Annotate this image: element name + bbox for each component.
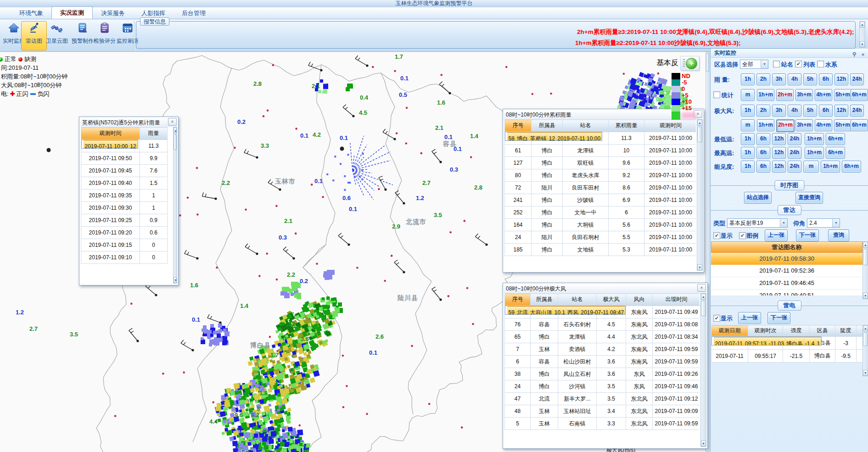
scroll-thumb[interactable]	[174, 134, 177, 150]
radar-image-item[interactable]: 2019-07-11 09:52:36	[711, 265, 862, 277]
table-row[interactable]: 2019-07-11 09:301	[81, 202, 168, 214]
button-station-select[interactable]: 站点选择	[744, 192, 772, 204]
chevron-down-icon[interactable]: ▼	[780, 219, 787, 227]
button-2h[interactable]: 2h	[756, 105, 770, 117]
station-rain-scrollbar[interactable]: ▲▼	[173, 127, 177, 284]
table-row[interactable]: 5玉林石南镇3.3东北风2019-07-11 09:59	[505, 418, 700, 430]
alert-scrollbar[interactable]: ▲ ▼	[859, 21, 865, 48]
table-row[interactable]: 2019-07-11 09:401.5	[81, 177, 168, 190]
checkbox-列表[interactable]: ✔	[795, 61, 802, 67]
column-header-观测日期[interactable]: 观测日期	[711, 325, 748, 336]
button-5h[interactable]: 5h	[803, 105, 817, 117]
scroll-up-icon[interactable]: ▲	[863, 242, 868, 248]
table-row[interactable]: 164博白大垌镇5.62019-07-11 10:00	[505, 219, 696, 231]
button-24h[interactable]: 24h	[850, 105, 864, 117]
button-24h[interactable]: 24h	[788, 147, 801, 159]
table-row[interactable]: 2019-07-11 09:150	[81, 239, 168, 251]
button-5h+m[interactable]: 5h+m	[834, 89, 851, 101]
button-direct-query[interactable]: 直接查询	[795, 192, 823, 204]
table-row[interactable]: 2019-07-11 09:100	[81, 251, 168, 264]
table-row[interactable]: 24博白沙河镇3.5东风2019-07-11 09:46	[505, 380, 700, 393]
tab-5-后台管理[interactable]: 后台管理	[174, 7, 214, 19]
button-6h[interactable]: 6h	[756, 161, 770, 173]
scroll-down-icon[interactable]: ▼	[701, 441, 706, 446]
table-row[interactable]: 24陆川良田石垌村5.52019-07-11 10:00	[505, 231, 696, 244]
scroll-thumb[interactable]	[863, 332, 868, 346]
button-6h+m[interactable]: 6h+m	[851, 89, 868, 101]
button-6h+m[interactable]: 6h+m	[826, 133, 845, 145]
button-6h[interactable]: 6h	[819, 73, 833, 85]
button-12h[interactable]: 12h	[772, 161, 786, 173]
table-row[interactable]: 2019-07-11 09:250.9	[81, 214, 168, 227]
button-1h[interactable]: 1h	[741, 147, 755, 159]
button-5h[interactable]: 5h	[803, 73, 817, 85]
column-header-站名[interactable]: 站名	[558, 294, 597, 306]
button-m[interactable]: m	[803, 161, 819, 173]
button-3h[interactable]: 3h	[772, 105, 786, 117]
column-header-雨量[interactable]: 雨量	[140, 128, 168, 140]
radar-image-item[interactable]: 2019-07-11 09:46:45	[711, 277, 862, 290]
button-1h[interactable]: 1h	[741, 105, 755, 117]
table-row[interactable]: 241博白沙陂镇6.92019-07-11 10:00	[505, 194, 696, 206]
table-row[interactable]: 2019-07-11 09:509.9	[81, 152, 168, 165]
checkbox-统计[interactable]	[713, 91, 720, 98]
toolbar-button-检验评分[interactable]: 检验评分	[92, 21, 118, 50]
button-next-image[interactable]: 下一张	[796, 229, 819, 241]
button-12h[interactable]: 12h	[772, 147, 786, 159]
table-row[interactable]: 58博白英桥镇122019-07-11 10:00	[505, 132, 603, 141]
tab-3-决策服务[interactable]: 决策服务	[93, 7, 133, 19]
button-1h+m[interactable]: 1h+m	[805, 133, 824, 145]
button-24h[interactable]: 24h	[788, 133, 801, 145]
scroll-down-icon[interactable]: ▼	[863, 293, 868, 299]
table-row[interactable]: 2019-07-1109:57:13-11.03博白县-1.41	[711, 336, 822, 346]
column-header-极大风[interactable]: 极大风	[597, 294, 626, 306]
checkbox-lightning-show[interactable]: ✔	[713, 315, 720, 322]
table-row[interactable]: 2019-07-11 10:0012	[81, 140, 138, 149]
district-select[interactable]: 全部▼	[740, 60, 768, 69]
table-row[interactable]: 61博白龙潭镇102019-07-11 10:00	[505, 145, 696, 157]
scroll-down-icon[interactable]: ▼	[174, 277, 177, 283]
button-3h+m[interactable]: 3h+m	[795, 119, 813, 131]
scroll-down-icon[interactable]: ▼	[860, 41, 865, 47]
column-header-出现时间[interactable]: 出现时间	[653, 294, 700, 306]
tab-2-实况监测[interactable]: 实况监测	[51, 6, 93, 19]
button-2h+m[interactable]: 2h+m	[776, 89, 794, 101]
column-header-序号[interactable]: 序号	[505, 120, 532, 132]
scroll-down-icon[interactable]: ▼	[697, 264, 702, 270]
close-icon[interactable]: ×	[697, 284, 706, 292]
column-header-所属县[interactable]: 所属县	[532, 120, 563, 132]
table-row[interactable]: 76容县石头石剑村4.5东南风2019-07-11 08:08	[505, 318, 700, 331]
scroll-thumb[interactable]	[863, 249, 868, 265]
button-query[interactable]: 查询	[828, 229, 849, 241]
toolbar-button-卫星云图[interactable]: 卫星云图	[44, 21, 70, 50]
table-row[interactable]: 127博白双旺镇9.62019-07-11 10:00	[505, 157, 696, 169]
table-row[interactable]: 7玉林卖酒镇4.2东南风2019-07-11 09:59	[505, 343, 700, 356]
column-header-累积雨量[interactable]: 累积雨量	[609, 120, 644, 132]
button-4h[interactable]: 4h	[788, 105, 801, 117]
collapse-chevron-icon[interactable]: »	[862, 50, 864, 59]
close-icon[interactable]: ×	[168, 118, 177, 126]
rain-accum-scrollbar[interactable]: ▲▼	[697, 119, 703, 271]
button-m[interactable]: m	[741, 119, 755, 131]
map-canvas[interactable]: 1.70.10.52.82.10.44.51.60.22.10.14.20.11…	[0, 51, 710, 452]
button-5h+m[interactable]: 5h+m	[834, 119, 851, 131]
column-header-观测时次[interactable]: 观测时次	[748, 325, 783, 336]
chevron-down-icon[interactable]: ▼	[761, 60, 768, 68]
max-wind-scrollbar[interactable]: ▲▼	[700, 293, 706, 447]
table-row[interactable]: 185博白文地镇5.32019-07-11 10:00	[505, 244, 696, 256]
button-m[interactable]: m	[741, 89, 755, 101]
max-wind-panel[interactable]: 08时~10时00分钟极大风×序号所属县站名极大风风向出现时间59北流大容山顶1…	[503, 283, 708, 449]
button-1h+m[interactable]: 1h+m	[805, 147, 824, 159]
column-header-强度[interactable]: 强度	[783, 325, 810, 336]
checkbox-radar-legend[interactable]: ✔	[739, 232, 746, 239]
button-lightning-prev[interactable]: 上一张	[738, 312, 761, 324]
scroll-up-icon[interactable]: ▲	[701, 294, 706, 300]
button-6h[interactable]: 6h	[756, 147, 770, 159]
toolbar-button-雷达图[interactable]: 雷达图	[21, 21, 47, 50]
table-row[interactable]: 252博白文地一中62019-07-11 10:00	[505, 206, 696, 219]
button-2h[interactable]: 2h	[756, 73, 770, 85]
table-row[interactable]: 2019-07-11 09:457.6	[81, 165, 168, 177]
scroll-up-icon[interactable]: ▲	[863, 325, 868, 331]
table-row[interactable]: 80博白老虎头水库9.22019-07-11 10:00	[505, 169, 696, 182]
station-rain-panel[interactable]: 英桥镇(N5702)逐5分钟累计雨量×观测时间雨量2019-07-11 10:0…	[79, 117, 179, 285]
